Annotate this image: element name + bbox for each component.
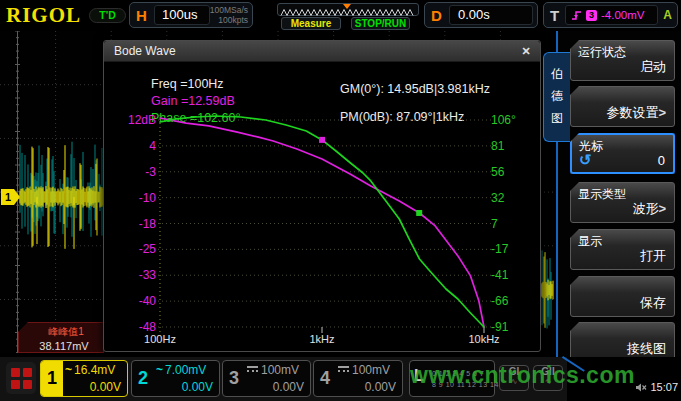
channel3-offset: 0.00V — [273, 380, 304, 394]
chevron-right-icon: > — [658, 105, 666, 120]
gain-axis-tick: -3 — [106, 165, 156, 179]
channel1-scale: 16.4mV — [74, 363, 115, 377]
watermark: www.cntronics.com — [410, 362, 635, 389]
delay-box[interactable]: D 0.00s — [424, 2, 538, 28]
item-label: 运行状态 — [578, 44, 626, 61]
measurement-value: 38.117mV — [19, 340, 103, 352]
channel2-number: 2 — [132, 361, 154, 396]
oscilloscope-screen: 1 峰峰值1 38.117mV RIGOL T'D H 100us 100MSa… — [0, 0, 681, 401]
channel4-number: 4 — [314, 361, 336, 396]
item-value: 保存 — [640, 294, 666, 312]
phase-axis-tick: 56 — [491, 165, 539, 179]
channel2-box[interactable]: 2 ~7.00mV 0.00V — [131, 360, 220, 397]
channel2-scale: 7.00mV — [165, 363, 206, 377]
item-label: 显示类型 — [578, 186, 626, 203]
gain-axis-tick: -18 — [106, 217, 156, 231]
channel4-box[interactable]: 4 100mV 0.00V — [313, 360, 403, 397]
phase-axis-tick: -66 — [491, 294, 539, 308]
item-value: 波形 — [632, 201, 658, 216]
freq-axis-tick: 100Hz — [130, 332, 190, 346]
phase-axis-tick: 7 — [491, 217, 539, 231]
phase-axis-tick: -17 — [491, 242, 539, 256]
channel2-offset: 0.00V — [182, 380, 213, 394]
freq-readout: Freq =100Hz — [151, 77, 224, 91]
channel3-box[interactable]: 3 100mV 0.00V — [222, 360, 311, 397]
sidebar-item-display[interactable]: 显示 打开 — [570, 229, 675, 270]
sidebar-item-parameter-settings[interactable]: 参数设置> — [570, 86, 675, 127]
delay-value[interactable]: 0.00s — [449, 5, 533, 25]
channel3-number: 3 — [223, 361, 245, 396]
freq-axis-tick: 10kHz — [454, 332, 514, 346]
sidebar-item-cursor[interactable]: 光标 ↺ 0 — [570, 133, 675, 174]
gain-axis-tick: -33 — [106, 268, 156, 282]
channel1-offset: 0.00V — [90, 380, 121, 394]
gain-axis-tick: -10 — [106, 191, 156, 205]
ac-coupling-icon: ~ — [65, 363, 72, 377]
sample-rate-value: 100MSa/s — [210, 5, 248, 15]
sidebar-item-save[interactable]: 保存 — [570, 276, 675, 317]
timebase-value[interactable]: 100us — [154, 5, 210, 25]
memory-depth-value: 100kpts — [218, 15, 248, 25]
phase-axis-tick: 81 — [491, 139, 539, 153]
item-value: 参数设置 — [606, 105, 658, 120]
channel3-scale: 100mV — [261, 363, 299, 377]
clock: 15:07 — [650, 381, 678, 393]
sidebar-item-run-state[interactable]: 运行状态 启动 — [570, 40, 675, 81]
sample-rate: 100MSa/s 100kpts — [208, 6, 248, 25]
channel4-offset: 0.00V — [365, 380, 396, 394]
dc-coupling-icon — [338, 366, 349, 372]
trigger-box[interactable]: T 3 -4.00mV A — [543, 2, 678, 28]
trigger-source-badge: 3 — [586, 10, 597, 21]
channel1-number: 1 — [41, 361, 63, 396]
speaker-muted-icon[interactable] — [635, 382, 647, 393]
trigger-position-icon[interactable] — [343, 4, 351, 9]
phase-axis-tick: 106° — [491, 113, 539, 127]
phase-readout: Phase =102.60° — [151, 111, 240, 125]
horizontal-timebase-box[interactable]: H 100us 100MSa/s 100kpts — [129, 2, 253, 28]
bode-menu-tab[interactable]: 伯德图 — [543, 52, 570, 142]
stop-run-button[interactable]: STOP/RUN — [351, 17, 410, 30]
trigger-settings[interactable]: 3 -4.00mV — [565, 5, 658, 25]
trigger-status-badge: T'D — [89, 8, 126, 23]
freq-axis-tick: 1kHz — [292, 332, 352, 346]
menu-grid-button[interactable] — [6, 362, 36, 394]
gain-axis-tick: 4 — [106, 139, 156, 153]
channel4-scale: 100mV — [352, 363, 390, 377]
gain-margin-readout: GM(0°): 14.95dB|3.981kHz — [340, 82, 490, 96]
item-value: 启动 — [640, 58, 666, 76]
d-label: D — [431, 7, 442, 24]
item-label: 显示 — [578, 233, 602, 250]
dc-coupling-icon — [247, 366, 258, 372]
t-label: T — [550, 7, 559, 24]
bode-wave-dialog: Bode Wave ✕ Freq =100Hz Gain =12.59dB Ph… — [103, 40, 541, 352]
phase-axis-tick: 32 — [491, 191, 539, 205]
ac-coupling-icon: ~ — [156, 363, 163, 377]
rotate-ccw-icon: ↺ — [579, 151, 592, 169]
gain-axis-tick: -40 — [106, 294, 156, 308]
sidebar-menu: 运行状态 启动 参数设置> 光标 ↺ 0 显示类型 波形> 显示 打开 保存 接… — [556, 31, 681, 366]
gain-readout: Gain =12.59dB — [151, 94, 235, 108]
close-icon[interactable]: ✕ — [519, 45, 533, 58]
top-status-bar: RIGOL T'D H 100us 100MSa/s 100kpts Measu… — [0, 0, 681, 30]
dialog-title-bar[interactable]: Bode Wave ✕ — [104, 41, 540, 62]
measurement-badge: 峰峰值1 38.117mV — [18, 322, 104, 353]
measure-button[interactable]: Measure — [281, 17, 341, 30]
phase-axis-tick: -41 — [491, 268, 539, 282]
item-value: 打开 — [640, 247, 666, 265]
trigger-level-value: -4.00mV — [601, 9, 644, 21]
measurement-label: 峰峰值1 — [19, 325, 103, 339]
item-value: 接线图 — [627, 340, 666, 358]
dialog-title: Bode Wave — [114, 44, 176, 58]
trigger-edge-icon — [571, 10, 582, 21]
sidebar-item-display-type[interactable]: 显示类型 波形> — [570, 182, 675, 223]
item-value: 0 — [658, 153, 665, 168]
h-label: H — [136, 7, 147, 24]
trigger-mode: A — [663, 8, 672, 22]
gain-axis-tick: 12dB — [106, 113, 156, 127]
rigol-logo: RIGOL — [6, 3, 81, 28]
phase-margin-readout: PM(0dB): 87.09°|1kHz — [340, 110, 464, 124]
channel1-box[interactable]: 1 ~16.4mV 0.00V — [40, 360, 128, 397]
chevron-right-icon: > — [658, 201, 666, 216]
gain-axis-tick: -25 — [106, 242, 156, 256]
